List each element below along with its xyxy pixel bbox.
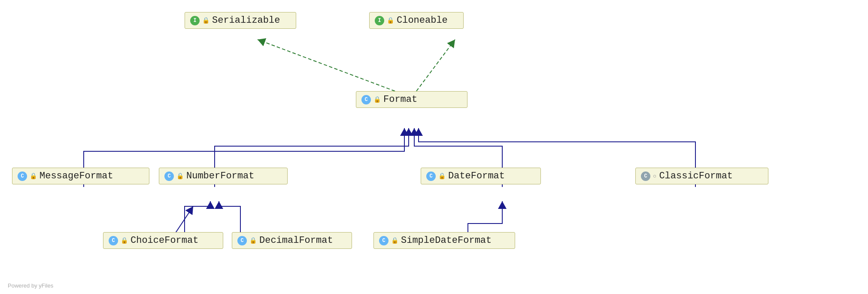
label-cloneable: Cloneable (397, 15, 448, 26)
svg-line-1 (416, 40, 455, 91)
lock-format: 🔒 (373, 96, 381, 103)
node-numberformat[interactable]: C 🔒 NumberFormat (159, 168, 288, 184)
lock-messageformat: 🔒 (30, 172, 37, 180)
node-classicformat[interactable]: C ○ ClassicFormat (635, 168, 768, 184)
node-decimalformat[interactable]: C 🔒 DecimalFormat (232, 232, 352, 249)
label-dateformat: DateFormat (448, 171, 505, 181)
svg-line-0 (258, 40, 395, 91)
lock-numberformat: 🔒 (176, 172, 184, 180)
lock-dateformat: 🔒 (438, 172, 446, 180)
icon-messageformat: C (18, 172, 27, 181)
label-classicformat: ClassicFormat (659, 171, 733, 181)
label-numberformat: NumberFormat (186, 171, 254, 181)
lock-cloneable: 🔒 (387, 17, 394, 24)
label-simpledateformat: SimpleDateFormat (401, 235, 492, 246)
node-format[interactable]: C 🔒 Format (356, 91, 467, 108)
lock-serializable: 🔒 (202, 17, 209, 24)
icon-serializable: I (190, 16, 200, 25)
node-messageformat[interactable]: C 🔒 MessageFormat (12, 168, 149, 184)
label-serializable: Serializable (212, 15, 280, 26)
icon-format: C (361, 95, 371, 104)
label-format: Format (383, 94, 417, 105)
label-messageformat: MessageFormat (39, 171, 113, 181)
node-dateformat[interactable]: C 🔒 DateFormat (421, 168, 541, 184)
node-cloneable[interactable]: I 🔒 Cloneable (369, 12, 464, 29)
label-decimalformat: DecimalFormat (259, 235, 333, 246)
icon-simpledateformat: C (379, 236, 388, 245)
watermark: Powered by yFiles (8, 282, 53, 289)
icon-classicformat: C (641, 172, 650, 181)
icon-choiceformat: C (109, 236, 118, 245)
lock-choiceformat: 🔒 (121, 237, 128, 244)
icon-cloneable: I (375, 16, 384, 25)
node-simpledateformat[interactable]: C 🔒 SimpleDateFormat (373, 232, 515, 249)
lock-simpledateformat: 🔒 (391, 237, 398, 244)
label-choiceformat: ChoiceFormat (131, 235, 198, 246)
icon-dateformat: C (426, 172, 436, 181)
node-serializable[interactable]: I 🔒 Serializable (185, 12, 296, 29)
diagram-container: I 🔒 Serializable I 🔒 Cloneable C 🔒 Forma… (0, 0, 868, 294)
icon-decimalformat: C (237, 236, 247, 245)
lock-decimalformat: 🔒 (249, 237, 257, 244)
lock-classicformat: ○ (653, 173, 656, 180)
arrows-svg (0, 0, 868, 294)
icon-numberformat: C (164, 172, 174, 181)
node-choiceformat[interactable]: C 🔒 ChoiceFormat (103, 232, 223, 249)
